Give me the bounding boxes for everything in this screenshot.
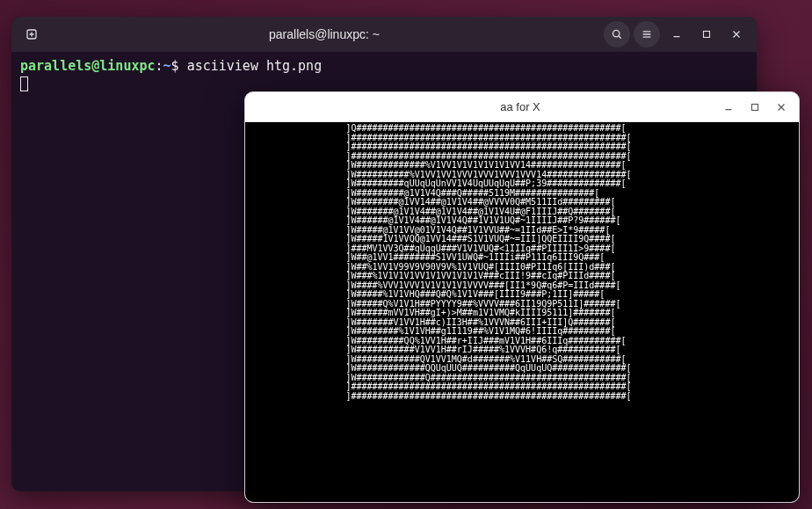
aa-minimize-button[interactable] [716,96,741,119]
close-button[interactable] [723,21,750,47]
command-text: asciiview htg.png [187,58,323,74]
prompt-at: @ [91,58,99,74]
svg-line-4 [619,36,621,39]
svg-rect-13 [752,104,758,110]
maximize-button[interactable] [693,21,720,47]
cursor-icon [20,76,28,91]
search-button[interactable] [604,21,630,47]
ascii-art-content: ]Q######################################… [245,124,799,401]
terminal-line: parallels@linuxpc:~$ asciiview htg.png [20,57,748,75]
aa-close-button[interactable] [769,96,794,119]
terminal-title: parallels@linuxpc: ~ [50,27,598,41]
prompt-path: ~ [163,58,171,74]
terminal-titlebar: parallels@linuxpc: ~ [11,17,757,52]
prompt-user: parallels [20,58,91,74]
menu-button[interactable] [634,21,660,47]
prompt-sep1: : [156,58,163,74]
svg-rect-9 [704,32,710,38]
svg-point-3 [613,30,619,36]
minimize-button[interactable] [663,21,690,47]
prompt-sep2: $ [171,58,179,74]
aa-maximize-button[interactable] [743,96,767,119]
prompt-host: linuxpc [99,58,155,74]
aa-title: aa for X [324,100,716,113]
cursor-line [20,75,748,92]
aa-window: aa for X ]Q#############################… [244,91,800,503]
aa-titlebar: aa for X [245,92,799,122]
new-tab-button[interactable] [18,21,45,47]
aa-body: ]Q######################################… [245,122,799,502]
